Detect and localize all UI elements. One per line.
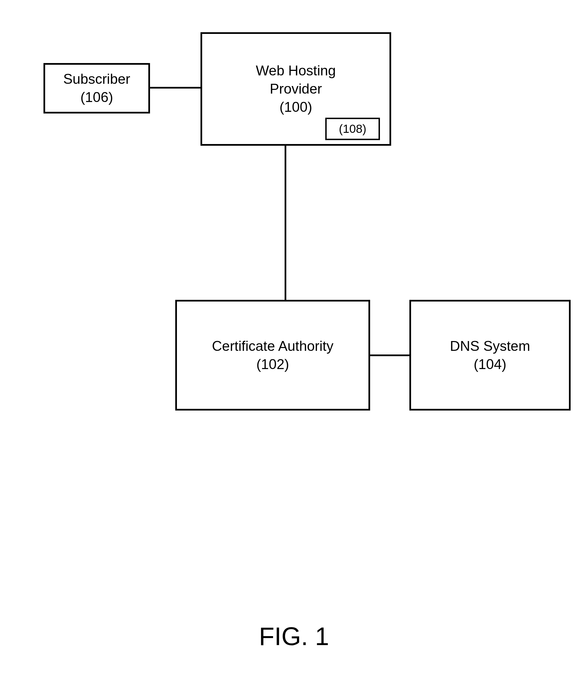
cert-authority-label: Certificate Authority [212,337,334,355]
cert-authority-ref: (102) [256,355,289,374]
subscriber-ref: (106) [80,88,113,106]
dns-system-box: DNS System (104) [409,300,571,411]
figure-label: FIG. 1 [259,622,329,651]
web-hosting-label-1: Web Hosting [256,62,336,80]
web-hosting-inner-box: (108) [325,118,380,140]
connector-subscriber-to-webhosting [150,87,200,89]
connector-certauthority-to-dns [370,354,409,356]
dns-system-ref: (104) [474,355,506,374]
web-hosting-ref: (100) [279,98,313,116]
connector-webhosting-to-certauthority [284,146,286,300]
web-hosting-inner-ref: (108) [339,122,366,136]
subscriber-label: Subscriber [63,70,130,88]
subscriber-box: Subscriber (106) [43,63,150,113]
web-hosting-label-2: Provider [270,80,322,98]
dns-system-label: DNS System [450,337,530,355]
certificate-authority-box: Certificate Authority (102) [175,300,370,411]
